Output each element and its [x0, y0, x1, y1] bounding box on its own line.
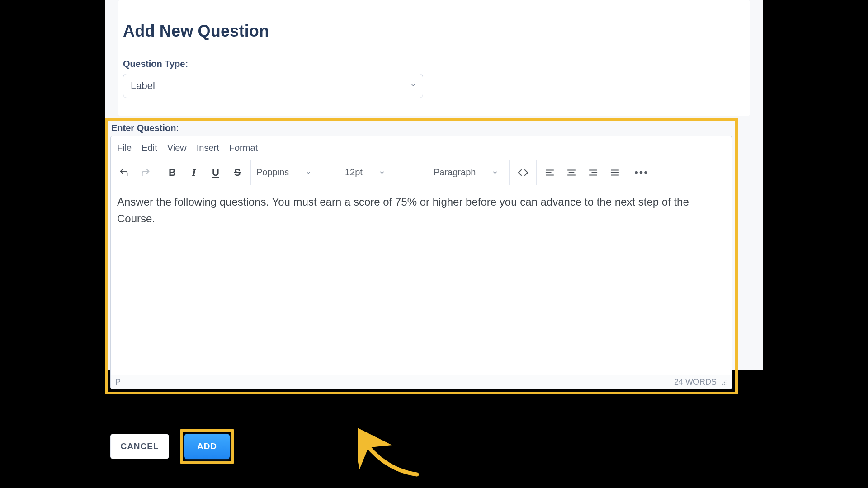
- add-question-card: Add New Question Question Type:: [118, 0, 750, 116]
- code-button[interactable]: [514, 164, 533, 182]
- question-type-select-wrap: [123, 74, 423, 98]
- toolbar-dropdowns-group: Poppins 12pt Paragraph: [251, 160, 510, 185]
- font-size-select[interactable]: 12pt: [340, 167, 425, 178]
- editor-content[interactable]: Answer the following questions. You must…: [111, 185, 732, 375]
- toolbar-more-group: •••: [628, 160, 732, 185]
- editor-highlight-annotation: Enter Question: File Edit View Insert Fo…: [105, 118, 738, 394]
- more-button[interactable]: •••: [632, 164, 651, 182]
- editor-path: P: [115, 377, 121, 387]
- chevron-down-icon: [492, 169, 498, 176]
- app-stage: Add New Question Question Type: Enter Qu…: [105, 0, 763, 370]
- editor-wordcount: 24 WORDS: [674, 377, 717, 387]
- menu-edit[interactable]: Edit: [142, 143, 157, 153]
- undo-button[interactable]: [114, 164, 133, 182]
- block-format-value: Paragraph: [434, 167, 476, 178]
- align-justify-button[interactable]: [605, 164, 624, 182]
- cancel-button[interactable]: CANCEL: [110, 434, 169, 459]
- underline-button[interactable]: U: [206, 164, 225, 182]
- svg-point-15: [722, 383, 723, 384]
- chevron-down-icon: [305, 169, 311, 176]
- redo-button[interactable]: [136, 164, 155, 182]
- resize-grip-icon[interactable]: [721, 379, 727, 385]
- editor-menubar: File Edit View Insert Format: [111, 136, 732, 160]
- menu-view[interactable]: View: [167, 143, 187, 153]
- add-button[interactable]: ADD: [184, 434, 230, 459]
- italic-button[interactable]: I: [184, 164, 203, 182]
- editor-toolbar: B I U S Poppins 12pt: [111, 160, 732, 185]
- toolbar-format-group: B I U S: [159, 160, 251, 185]
- enter-question-label: Enter Question:: [111, 123, 732, 133]
- arrow-annotation-icon: [358, 425, 430, 479]
- toolbar-align-group: [537, 160, 628, 185]
- menu-format[interactable]: Format: [229, 143, 258, 153]
- question-type-label: Question Type:: [123, 59, 745, 69]
- toolbar-code-group: [510, 160, 537, 185]
- font-size-value: 12pt: [345, 167, 363, 178]
- svg-point-16: [724, 383, 725, 384]
- svg-point-17: [726, 383, 726, 384]
- page-title: Add New Question: [123, 22, 745, 41]
- svg-point-13: [724, 381, 725, 382]
- font-family-value: Poppins: [256, 167, 289, 178]
- rich-text-editor: File Edit View Insert Format B I: [110, 136, 732, 389]
- align-center-button[interactable]: [562, 164, 581, 182]
- menu-file[interactable]: File: [117, 143, 132, 153]
- question-type-select[interactable]: [123, 74, 423, 98]
- align-right-button[interactable]: [584, 164, 603, 182]
- menu-insert[interactable]: Insert: [197, 143, 219, 153]
- chevron-down-icon: [379, 169, 385, 176]
- svg-point-14: [726, 381, 726, 382]
- font-family-select[interactable]: Poppins: [251, 167, 337, 178]
- editor-statusbar: P 24 WORDS: [111, 375, 732, 389]
- svg-point-12: [726, 380, 726, 380]
- align-left-button[interactable]: [540, 164, 559, 182]
- add-button-highlight-annotation: ADD: [180, 429, 234, 464]
- strikethrough-button[interactable]: S: [228, 164, 247, 182]
- block-format-select[interactable]: Paragraph: [428, 167, 509, 178]
- bold-button[interactable]: B: [163, 164, 182, 182]
- action-buttons-row: CANCEL ADD: [110, 429, 234, 464]
- card-inner: Add New Question Question Type:: [118, 13, 750, 98]
- toolbar-history-group: [111, 160, 159, 185]
